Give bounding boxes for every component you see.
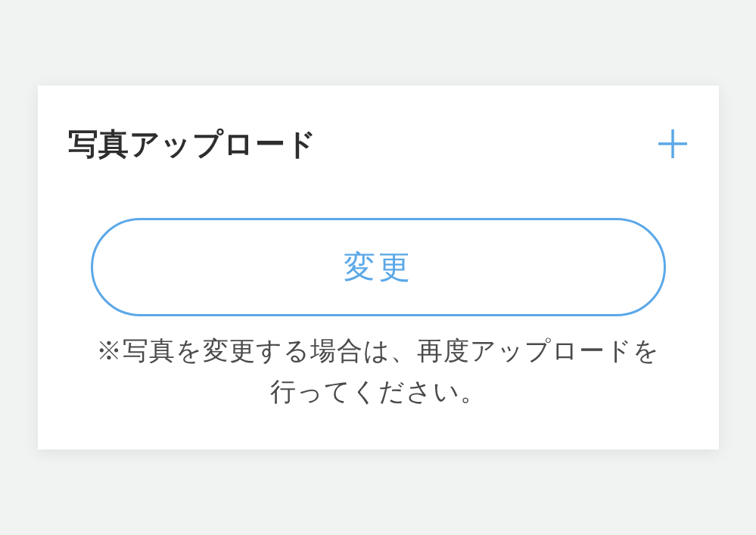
help-text: ※写真を変更する場合は、再度アップロードを行ってください。	[91, 330, 666, 412]
card-header: 写真アップロード	[68, 123, 689, 165]
plus-icon	[657, 128, 689, 160]
expand-icon[interactable]	[657, 128, 689, 160]
card-title: 写真アップロード	[68, 123, 317, 165]
button-container: 変更 ※写真を変更する場合は、再度アップロードを行ってください。	[68, 218, 689, 412]
change-button[interactable]: 変更	[91, 218, 666, 316]
photo-upload-card: 写真アップロード 変更 ※写真を変更する場合は、再度アップロードを行ってください…	[38, 86, 719, 450]
